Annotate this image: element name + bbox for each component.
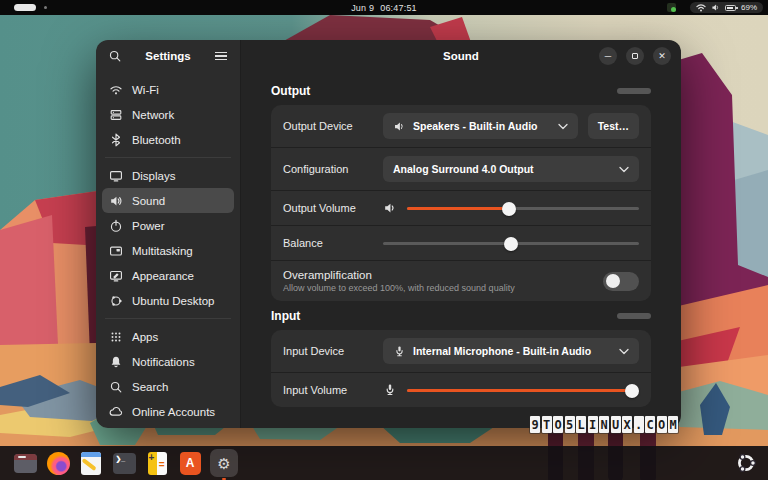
watermark-char: O (657, 416, 667, 433)
balance-label: Balance (283, 237, 373, 249)
maximize-button[interactable] (626, 47, 644, 65)
sidebar-item-appearance[interactable]: Appearance (102, 263, 234, 288)
sidebar-item-label: Multitasking (132, 245, 193, 257)
dock-item-firefox[interactable] (45, 450, 71, 476)
dock: ⚙ (0, 446, 768, 480)
sidebar-item-ubuntu-desktop[interactable]: Ubuntu Desktop (102, 288, 234, 313)
sidebar-item-label: Ubuntu Desktop (132, 295, 214, 307)
test-speakers-button[interactable]: Test… (588, 113, 639, 139)
main-menu-button[interactable] (211, 46, 231, 66)
output-device-row: Output Device Speakers - Built-in Audio … (271, 105, 651, 147)
wifi-icon (696, 3, 706, 12)
sidebar-item-search[interactable]: Search (102, 374, 234, 399)
sidebar-separator (105, 157, 231, 158)
text-editor-icon (81, 452, 101, 475)
sidebar-list: Wi-Fi Network Bluetooth Displays So (96, 72, 240, 428)
sidebar-header: Settings (96, 40, 240, 72)
configuration-row: Configuration Analog Surround 4.0 Output (271, 147, 651, 190)
sidebar-item-network[interactable]: Network (102, 102, 234, 127)
sidebar-item-apps[interactable]: Apps (102, 324, 234, 349)
volume-icon (383, 201, 397, 215)
terminal-icon (113, 453, 136, 474)
dock-item-text-editor[interactable] (78, 450, 104, 476)
balance-handle[interactable] (504, 237, 518, 251)
watermark-char: N (599, 416, 609, 433)
overamplification-subtitle: Allow volume to exceed 100%, with reduce… (283, 283, 593, 293)
dock-item-files[interactable] (12, 450, 38, 476)
input-volume-row: Input Volume (271, 372, 651, 407)
configuration-dropdown[interactable]: Analog Surround 4.0 Output (383, 156, 639, 182)
output-volume-slider[interactable] (407, 199, 639, 217)
sidebar-item-sound[interactable]: Sound (102, 188, 234, 213)
chevron-down-icon (558, 123, 568, 130)
minimize-icon: ─ (605, 52, 611, 61)
tray-app-icon[interactable] (667, 3, 676, 12)
input-volume-label: Input Volume (283, 384, 373, 396)
minimize-button[interactable]: ─ (599, 47, 617, 65)
system-status-area[interactable]: 69% (690, 2, 763, 13)
slider-handle[interactable] (502, 202, 516, 216)
dock-item-app-center[interactable] (177, 450, 203, 476)
input-section-header: Input (271, 309, 651, 323)
sidebar-item-label: Appearance (132, 270, 194, 282)
settings-sidebar: Settings Wi-Fi Network Bluetooth (96, 40, 241, 428)
configuration-value: Analog Surround 4.0 Output (393, 163, 534, 175)
slider-handle[interactable] (625, 384, 639, 398)
top-bar: Jun 906:47:51 69% (0, 0, 768, 15)
sidebar-item-wifi[interactable]: Wi-Fi (102, 77, 234, 102)
watermark-char: X (622, 416, 632, 433)
output-device-value: Speakers - Built-in Audio (413, 120, 537, 132)
input-card: Input Device Internal Microphone - Built… (271, 330, 651, 407)
input-device-dropdown[interactable]: Internal Microphone - Built-in Audio (383, 338, 639, 364)
calculator-icon (148, 452, 167, 475)
show-apps-button[interactable] (732, 449, 760, 477)
sidebar-item-displays[interactable]: Displays (102, 163, 234, 188)
chevron-down-icon (619, 166, 629, 173)
close-button[interactable]: ✕ (653, 47, 671, 65)
ubuntu-logo-icon (735, 452, 757, 474)
balance-slider[interactable] (383, 234, 639, 252)
app-center-icon (180, 452, 201, 475)
network-icon (109, 108, 123, 122)
menu-icon (215, 52, 227, 60)
speaker-icon (109, 194, 123, 208)
sidebar-item-multitasking[interactable]: Multitasking (102, 238, 234, 263)
sidebar-item-online-accounts[interactable]: Online Accounts (102, 399, 234, 424)
dock-item-calculator[interactable] (144, 450, 170, 476)
clock-date: Jun 9 (351, 3, 374, 13)
watermark-char: O (553, 416, 563, 433)
input-level-meter (617, 313, 651, 319)
clock[interactable]: Jun 906:47:51 (0, 3, 768, 13)
output-card: Output Device Speakers - Built-in Audio … (271, 105, 651, 301)
dock-item-settings[interactable]: ⚙ (210, 449, 238, 477)
dock-item-terminal[interactable] (111, 450, 137, 476)
sidebar-item-notifications[interactable]: Notifications (102, 349, 234, 374)
output-device-dropdown[interactable]: Speakers - Built-in Audio (383, 113, 578, 139)
clock-time: 06:47:51 (380, 3, 417, 13)
sidebar-item-label: Power (132, 220, 165, 232)
speaker-icon (393, 120, 406, 133)
overamplification-label: Overamplification (283, 269, 593, 281)
watermark: 9TO5LINUX.COM (530, 416, 678, 433)
sound-settings-content: Output Output Device Speakers - Built-in… (241, 72, 681, 428)
output-device-label: Output Device (283, 120, 373, 132)
window-controls: ─ ✕ (599, 47, 671, 65)
input-volume-slider[interactable] (407, 381, 639, 399)
sidebar-item-label: Wi-Fi (132, 84, 159, 96)
watermark-char: U (611, 416, 621, 433)
search-button[interactable] (105, 46, 125, 66)
overamplification-toggle[interactable] (603, 272, 639, 291)
output-volume-row: Output Volume (271, 190, 651, 225)
sidebar-item-bluetooth[interactable]: Bluetooth (102, 127, 234, 152)
sidebar-item-label: Search (132, 381, 168, 393)
watermark-char: 9 (530, 416, 540, 433)
settings-window: Settings Wi-Fi Network Bluetooth (96, 40, 681, 428)
watermark-char: . (634, 416, 644, 433)
watermark-char: M (668, 416, 678, 433)
sidebar-item-power[interactable]: Power (102, 213, 234, 238)
output-section-header: Output (271, 84, 651, 98)
sidebar-item-label: Notifications (132, 356, 195, 368)
window-headerbar[interactable]: Sound ─ ✕ (241, 40, 681, 72)
bell-icon (109, 355, 123, 369)
overamplification-row: Overamplification Allow volume to exceed… (271, 260, 651, 301)
